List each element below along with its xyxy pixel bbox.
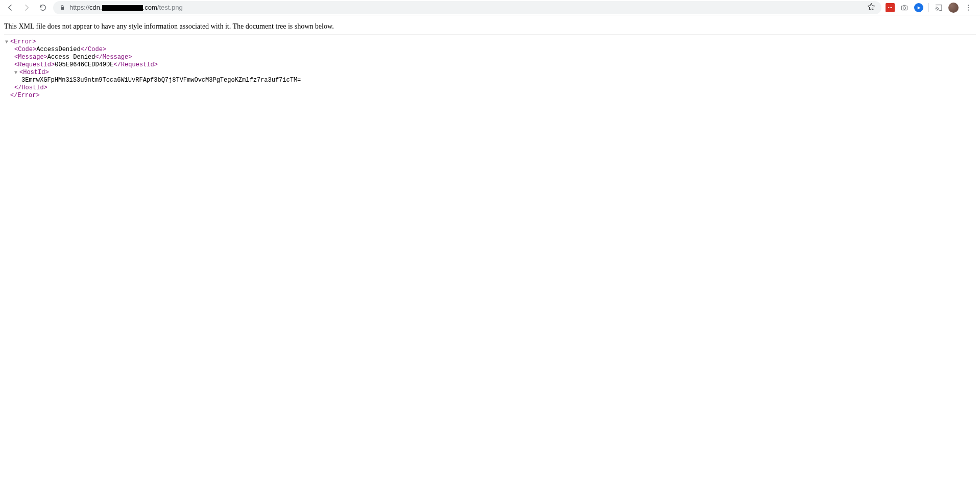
tag-message-close: </Message> — [95, 54, 132, 61]
kebab-menu-icon — [964, 4, 972, 12]
xml-line: </HostId> — [5, 84, 976, 92]
tag-requestid-close: </RequestId> — [113, 61, 157, 68]
url-redacted — [102, 5, 143, 11]
separator — [4, 35, 976, 35]
xml-line: ▼<HostId> — [5, 69, 976, 77]
tag-hostid-open: <HostId> — [19, 69, 49, 76]
video-icon: ▸ — [918, 5, 920, 10]
cast-icon — [935, 4, 943, 12]
url-path: /test.png — [157, 4, 183, 11]
url-text: https://cdn..com/test.png — [69, 4, 183, 11]
extension-lastpass[interactable] — [886, 3, 895, 12]
reload-icon — [39, 4, 47, 12]
bookmark-button[interactable] — [867, 3, 875, 12]
xml-line: <Message>Access Denied</Message> — [5, 54, 976, 61]
extension-zoom[interactable]: ▸ — [914, 3, 923, 12]
address-bar[interactable]: https://cdn..com/test.png — [53, 1, 881, 14]
tag-code-open: <Code> — [14, 46, 36, 53]
xml-info-message: This XML file does not appear to have an… — [4, 19, 976, 35]
xml-tree: ▼<Error> <Code>AccessDenied</Code> <Mess… — [4, 38, 976, 100]
forward-button[interactable] — [20, 2, 33, 14]
collapse-toggle[interactable]: ▼ — [14, 69, 19, 77]
tag-error-open: <Error> — [10, 38, 36, 45]
message-value: Access Denied — [47, 54, 95, 61]
arrow-right-icon — [22, 4, 31, 12]
xml-line: ▼<Error> — [5, 38, 976, 46]
arrow-left-icon — [6, 4, 14, 12]
tag-hostid-close: </HostId> — [14, 84, 47, 91]
profile-avatar[interactable] — [948, 3, 959, 13]
tag-requestid-open: <RequestId> — [14, 61, 55, 68]
collapse-toggle[interactable]: ▼ — [5, 38, 10, 46]
xml-line: </Error> — [5, 92, 976, 100]
url-host-prefix: cdn. — [89, 4, 102, 11]
browser-toolbar: https://cdn..com/test.png ▸ — [0, 0, 980, 15]
star-icon — [867, 3, 875, 11]
lock-icon — [59, 5, 65, 11]
dots-icon — [888, 7, 892, 8]
svg-point-0 — [968, 5, 969, 6]
svg-point-2 — [968, 9, 969, 10]
url-scheme: https:// — [69, 4, 89, 11]
xml-line: 3EmrwXGFpHMn3iS3u9ntm9Toca6WiUvRFApf3bQ7… — [5, 77, 976, 84]
hostid-value: 3EmrwXGFpHMn3iS3u9ntm9Toca6WiUvRFApf3bQ7… — [21, 77, 301, 84]
tag-message-open: <Message> — [14, 54, 47, 61]
back-button[interactable] — [4, 2, 16, 14]
toolbar-divider — [928, 3, 929, 12]
url-host-suffix: .com — [143, 4, 157, 11]
camera-icon — [900, 4, 909, 12]
page-content: This XML file does not appear to have an… — [0, 15, 980, 104]
xml-line: <RequestId>005E9646CEDD49DE</RequestId> — [5, 61, 976, 69]
extension-camera[interactable] — [900, 3, 909, 12]
toolbar-right: ▸ — [886, 3, 976, 13]
code-value: AccessDenied — [36, 46, 80, 53]
svg-point-1 — [968, 7, 969, 8]
requestid-value: 005E9646CEDD49DE — [55, 61, 113, 68]
cast-button[interactable] — [934, 3, 943, 12]
xml-line: <Code>AccessDenied</Code> — [5, 46, 976, 54]
tag-error-close: </Error> — [10, 92, 40, 99]
reload-button[interactable] — [37, 2, 49, 14]
tag-code-close: </Code> — [81, 46, 106, 53]
menu-button[interactable] — [964, 3, 973, 12]
